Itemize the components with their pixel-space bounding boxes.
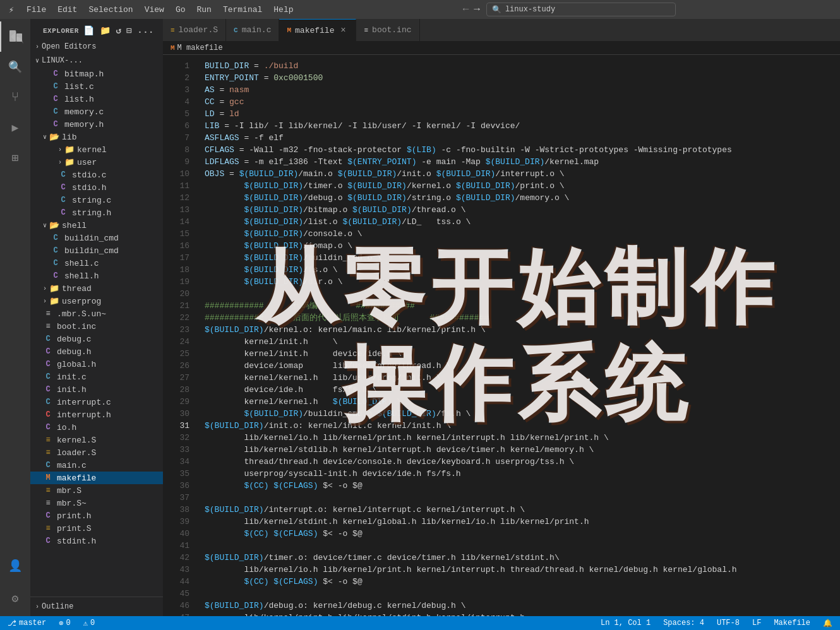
code-line-6: LIB = -I lib/ -I lib/kernel/ -I lib/user… [205, 120, 840, 132]
back-arrow[interactable]: ← [462, 4, 471, 15]
file-loader-s[interactable]: ≡ loader.S [30, 446, 163, 459]
open-editors-label: Open Editors [42, 42, 96, 51]
file-stdio-c[interactable]: C stdio.c [30, 169, 163, 181]
status-cursor[interactable]: Ln 1, Col 1 [598, 616, 653, 630]
menu-run[interactable]: Run [191, 4, 216, 16]
folder-lib[interactable]: ∨ 📂 lib [30, 131, 163, 143]
more-icon[interactable]: ... [136, 24, 155, 37]
menu-go[interactable]: Go [171, 4, 191, 16]
tab-makefile[interactable]: M makefile × [279, 19, 356, 41]
tab-boot-inc[interactable]: ≡ boot.inc [356, 19, 419, 41]
new-folder-icon[interactable]: 📁 [99, 24, 112, 37]
file-kernel-s[interactable]: ≡ kernel.S [30, 434, 163, 446]
file-debug-c[interactable]: C debug.c [30, 333, 163, 345]
file-init-c[interactable]: C init.c [30, 371, 163, 383]
file-global-h[interactable]: C global.h [30, 358, 163, 371]
open-editors-section[interactable]: › Open Editors [30, 40, 163, 54]
file-interrupt-c[interactable]: C interrupt.c [30, 396, 163, 408]
run-debug-activity-icon[interactable]: ▶ [0, 112, 30, 143]
file-bitmap-h[interactable]: C bitmap.h [30, 68, 163, 80]
file-print-s[interactable]: ≡ print.S [30, 522, 163, 535]
file-mbr-sun[interactable]: ≡ .mbr.S.un~ [30, 307, 163, 320]
tab-close-makefile[interactable]: × [338, 25, 348, 35]
code-line-46: $(BUILD_DIR)/debug.o: kernel/debug.c ker… [205, 600, 840, 612]
source-control-activity-icon[interactable]: ⑂ [0, 82, 30, 112]
outline-section: › Outline [30, 597, 163, 616]
file-io-h[interactable]: C io.h [30, 421, 163, 434]
file-memory-h[interactable]: C memory.h [30, 118, 163, 131]
new-file-icon[interactable]: 📄 [82, 24, 96, 37]
search-activity-icon[interactable]: 🔍 [0, 52, 30, 82]
extensions-activity-icon[interactable]: ⊞ [0, 143, 30, 173]
folder-user[interactable]: › 📁 user [30, 156, 163, 169]
code-line-3: AS = nasm [205, 84, 840, 96]
menu-file[interactable]: File [21, 4, 51, 16]
code-line-16: $(BUILD_DIR)/iomap.o \ [205, 240, 840, 252]
c-file-icon10: C [43, 397, 53, 407]
title-bar-center: ← → 🔍 linux-study [304, 3, 834, 16]
folder-userprog[interactable]: › 📁 userprog [30, 295, 163, 307]
h-file-icon6: C [51, 271, 61, 281]
file-mbr-s2[interactable]: ≡ mbr.S~ [30, 497, 163, 509]
menu-selection[interactable]: Selection [83, 4, 138, 16]
file-interrupt-h[interactable]: C interrupt.h [30, 408, 163, 421]
c-file-icon4: C [58, 195, 68, 205]
file-string-c[interactable]: C string.c [30, 194, 163, 206]
settings-activity-icon[interactable]: ⚙ [0, 583, 30, 614]
code-line-34: thread/thread.h device/console.h device/… [205, 456, 840, 468]
folder-kernel[interactable]: › 📁 kernel [30, 143, 163, 156]
status-errors[interactable]: ⊗ 0 [56, 616, 73, 630]
file-mbr-s[interactable]: ≡ mbr.S [30, 484, 163, 497]
file-print-h[interactable]: C print.h [30, 509, 163, 522]
file-buildin-cmd-c[interactable]: C buildin_cmd [30, 232, 163, 244]
menu-edit[interactable]: Edit [52, 4, 82, 16]
status-language[interactable]: Makefile [771, 616, 813, 630]
code-line-19: $(BUILD_DIR)/dir.o \ [205, 276, 840, 288]
code-line-28: device/ide.h fs/fs.h \ [205, 384, 840, 396]
folder-shell[interactable]: ∨ 📂 shell [30, 219, 163, 232]
forward-arrow[interactable]: → [472, 4, 481, 15]
account-activity-icon[interactable]: 👤 [0, 550, 30, 581]
status-encoding[interactable]: UTF-8 [714, 616, 742, 630]
file-shell-h[interactable]: C shell.h [30, 270, 163, 282]
refresh-icon[interactable]: ↺ [114, 24, 123, 37]
tab-loader-s-icon: ≡ [171, 27, 175, 34]
search-bar[interactable]: 🔍 linux-study [486, 3, 676, 16]
status-notifications[interactable]: 🔔 [820, 616, 835, 630]
file-stdio-h[interactable]: C stdio.h [30, 181, 163, 194]
file-stdint-h[interactable]: C stdint.h [30, 535, 163, 547]
s-file-icon2: ≡ [43, 448, 53, 458]
file-main-c[interactable]: C main.c [30, 459, 163, 472]
chevron-right-outline-icon: › [35, 603, 39, 610]
file-shell-c[interactable]: C shell.c [30, 257, 163, 270]
file-makefile[interactable]: M makefile [30, 472, 163, 484]
files-icon[interactable] [0, 21, 30, 52]
tab-main-c[interactable]: C main.c [226, 19, 279, 41]
tab-loader-s[interactable]: ≡ loader.S [163, 19, 226, 41]
sidebar: Explorer 📄 📁 ↺ ⊟ ... › Open Editors ∨ LI… [30, 19, 163, 616]
code-line-8: CFLAGS = -Wall -m32 -fno-stack-protector… [205, 144, 840, 156]
file-list-h[interactable]: C list.h [30, 93, 163, 105]
code-line-2: ENTRY_POINT = 0xc0001500 [205, 72, 840, 84]
file-string-h[interactable]: C string.h [30, 206, 163, 219]
code-line-38: $(BUILD_DIR)/interrupt.o: kernel/interru… [205, 504, 840, 516]
file-buildin-cmd-h[interactable]: C buildin_cmd [30, 244, 163, 257]
file-debug-h[interactable]: C debug.h [30, 345, 163, 358]
code-editor[interactable]: BUILD_DIR = ./build ENTRY_POINT = 0xc000… [195, 55, 840, 616]
collapse-icon[interactable]: ⊟ [125, 24, 133, 37]
file-boot-inc[interactable]: ≡ boot.inc [30, 320, 163, 333]
code-line-9: LDFLAGS = -m elf_i386 -Ttext $(ENTRY_POI… [205, 156, 840, 168]
status-spaces[interactable]: Spaces: 4 [661, 616, 707, 630]
menu-view[interactable]: View [140, 4, 169, 16]
status-branch[interactable]: ⎇ master [5, 616, 49, 630]
menu-help[interactable]: Help [268, 4, 298, 16]
status-eol[interactable]: LF [750, 616, 764, 630]
status-warnings[interactable]: ⚠ 0 [81, 616, 97, 630]
menu-terminal[interactable]: Terminal [218, 4, 267, 16]
folder-thread[interactable]: › 📁 thread [30, 282, 163, 295]
outline-header[interactable]: › Outline [35, 600, 158, 614]
root-section[interactable]: ∨ LINUX-... [30, 54, 163, 68]
file-list-c[interactable]: C list.c [30, 80, 163, 93]
file-init-h[interactable]: C init.h [30, 383, 163, 396]
file-memory-c[interactable]: C memory.c [30, 105, 163, 118]
